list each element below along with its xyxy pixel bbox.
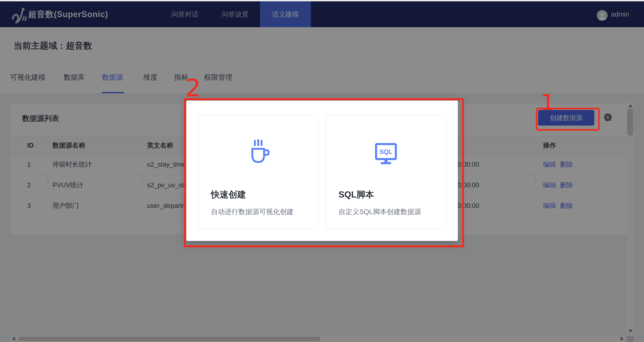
annotation-box-modal xyxy=(184,98,464,247)
window-top-strip xyxy=(0,0,644,1)
annotation-number-1: 1 xyxy=(541,91,555,113)
annotation-number-2: 2 xyxy=(185,76,201,100)
app-screen: 超音数(SuperSonic) 问答对话 问答设置 语义建模 admin 当前主… xyxy=(0,0,644,342)
